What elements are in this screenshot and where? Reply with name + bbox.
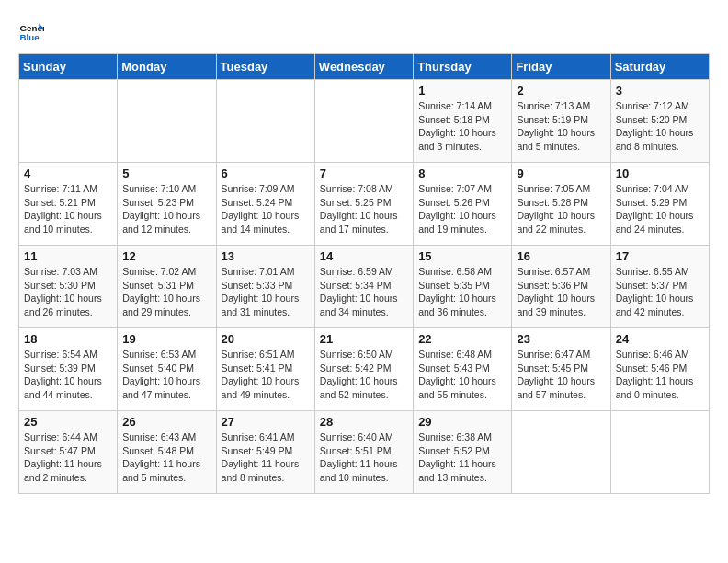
day-number: 24 — [616, 332, 704, 346]
calendar-cell: 7Sunrise: 7:08 AMSunset: 5:25 PMDaylight… — [314, 163, 413, 246]
calendar-cell: 1Sunrise: 7:14 AMSunset: 5:18 PMDaylight… — [414, 80, 512, 163]
day-info: Sunrise: 7:10 AMSunset: 5:23 PMDaylight:… — [122, 182, 210, 236]
weekday-header-thursday: Thursday — [414, 54, 512, 80]
day-info: Sunrise: 7:03 AMSunset: 5:30 PMDaylight:… — [24, 265, 112, 319]
day-number: 9 — [517, 167, 605, 180]
day-info: Sunrise: 7:05 AMSunset: 5:28 PMDaylight:… — [517, 182, 605, 236]
weekday-header-sunday: Sunday — [19, 54, 118, 80]
calendar-cell: 16Sunrise: 6:57 AMSunset: 5:36 PMDayligh… — [512, 246, 610, 328]
calendar-cell — [118, 80, 216, 163]
day-number: 26 — [122, 415, 210, 429]
calendar-cell: 18Sunrise: 6:54 AMSunset: 5:39 PMDayligh… — [19, 328, 118, 411]
day-info: Sunrise: 6:55 AMSunset: 5:37 PMDaylight:… — [616, 265, 704, 319]
calendar-cell: 27Sunrise: 6:41 AMSunset: 5:49 PMDayligh… — [216, 411, 314, 494]
day-number: 21 — [320, 332, 408, 346]
calendar-week-row: 1Sunrise: 7:14 AMSunset: 5:18 PMDaylight… — [19, 80, 710, 163]
weekday-header-monday: Monday — [118, 54, 216, 80]
svg-text:Blue: Blue — [19, 32, 40, 42]
day-number: 11 — [24, 249, 112, 263]
calendar-week-row: 18Sunrise: 6:54 AMSunset: 5:39 PMDayligh… — [19, 328, 710, 411]
weekday-header-saturday: Saturday — [610, 54, 709, 80]
day-number: 28 — [320, 415, 408, 429]
calendar-cell: 26Sunrise: 6:43 AMSunset: 5:48 PMDayligh… — [118, 411, 216, 494]
day-info: Sunrise: 7:02 AMSunset: 5:31 PMDaylight:… — [122, 265, 210, 319]
day-info: Sunrise: 6:58 AMSunset: 5:35 PMDaylight:… — [418, 265, 506, 319]
day-info: Sunrise: 6:40 AMSunset: 5:51 PMDaylight:… — [320, 431, 408, 485]
day-number: 5 — [122, 167, 210, 180]
day-number: 4 — [24, 167, 112, 180]
logo-icon: General Blue — [18, 18, 44, 44]
day-info: Sunrise: 7:01 AMSunset: 5:33 PMDaylight:… — [222, 265, 310, 319]
weekday-header-wednesday: Wednesday — [314, 54, 413, 80]
day-info: Sunrise: 7:04 AMSunset: 5:29 PMDaylight:… — [616, 182, 704, 236]
weekday-header-tuesday: Tuesday — [216, 54, 314, 80]
calendar-cell: 14Sunrise: 6:59 AMSunset: 5:34 PMDayligh… — [314, 246, 413, 328]
day-info: Sunrise: 7:12 AMSunset: 5:20 PMDaylight:… — [616, 99, 704, 154]
calendar-cell: 17Sunrise: 6:55 AMSunset: 5:37 PMDayligh… — [610, 246, 709, 328]
day-number: 25 — [24, 415, 112, 429]
calendar-cell: 13Sunrise: 7:01 AMSunset: 5:33 PMDayligh… — [216, 246, 314, 328]
day-info: Sunrise: 6:44 AMSunset: 5:47 PMDaylight:… — [24, 431, 112, 485]
weekday-header-row: SundayMondayTuesdayWednesdayThursdayFrid… — [19, 54, 710, 80]
calendar-week-row: 11Sunrise: 7:03 AMSunset: 5:30 PMDayligh… — [19, 246, 710, 328]
calendar-cell: 20Sunrise: 6:51 AMSunset: 5:41 PMDayligh… — [216, 328, 314, 411]
day-info: Sunrise: 6:53 AMSunset: 5:40 PMDaylight:… — [122, 348, 210, 402]
day-info: Sunrise: 6:41 AMSunset: 5:49 PMDaylight:… — [222, 431, 310, 485]
day-info: Sunrise: 6:43 AMSunset: 5:48 PMDaylight:… — [122, 431, 210, 485]
day-number: 15 — [418, 249, 506, 263]
day-info: Sunrise: 7:14 AMSunset: 5:18 PMDaylight:… — [418, 99, 506, 154]
header: General Blue — [18, 18, 710, 44]
calendar-cell — [610, 411, 709, 494]
weekday-header-friday: Friday — [512, 54, 610, 80]
day-number: 6 — [222, 167, 310, 180]
day-number: 2 — [517, 84, 605, 98]
day-number: 10 — [616, 167, 704, 180]
day-info: Sunrise: 7:09 AMSunset: 5:24 PMDaylight:… — [222, 182, 310, 236]
day-info: Sunrise: 6:38 AMSunset: 5:52 PMDaylight:… — [418, 431, 506, 485]
day-number: 29 — [418, 415, 506, 429]
day-info: Sunrise: 6:51 AMSunset: 5:41 PMDaylight:… — [222, 348, 310, 402]
day-number: 17 — [616, 249, 704, 263]
day-info: Sunrise: 6:57 AMSunset: 5:36 PMDaylight:… — [517, 265, 605, 319]
day-number: 1 — [418, 84, 506, 98]
calendar-cell: 22Sunrise: 6:48 AMSunset: 5:43 PMDayligh… — [414, 328, 512, 411]
day-info: Sunrise: 7:13 AMSunset: 5:19 PMDaylight:… — [517, 99, 605, 154]
day-info: Sunrise: 6:50 AMSunset: 5:42 PMDaylight:… — [320, 348, 408, 402]
day-number: 7 — [320, 167, 408, 180]
calendar-cell — [216, 80, 314, 163]
calendar-cell — [512, 411, 610, 494]
day-info: Sunrise: 6:46 AMSunset: 5:46 PMDaylight:… — [616, 348, 704, 402]
calendar-cell: 12Sunrise: 7:02 AMSunset: 5:31 PMDayligh… — [118, 246, 216, 328]
day-number: 22 — [418, 332, 506, 346]
day-info: Sunrise: 6:48 AMSunset: 5:43 PMDaylight:… — [418, 348, 506, 402]
day-info: Sunrise: 6:47 AMSunset: 5:45 PMDaylight:… — [517, 348, 605, 402]
day-number: 18 — [24, 332, 112, 346]
day-number: 27 — [222, 415, 310, 429]
calendar-cell: 21Sunrise: 6:50 AMSunset: 5:42 PMDayligh… — [314, 328, 413, 411]
calendar-cell: 24Sunrise: 6:46 AMSunset: 5:46 PMDayligh… — [610, 328, 709, 411]
day-number: 16 — [517, 249, 605, 263]
day-info: Sunrise: 7:07 AMSunset: 5:26 PMDaylight:… — [418, 182, 506, 236]
calendar-cell: 2Sunrise: 7:13 AMSunset: 5:19 PMDaylight… — [512, 80, 610, 163]
calendar-cell: 15Sunrise: 6:58 AMSunset: 5:35 PMDayligh… — [414, 246, 512, 328]
calendar-cell: 11Sunrise: 7:03 AMSunset: 5:30 PMDayligh… — [19, 246, 118, 328]
calendar-cell: 25Sunrise: 6:44 AMSunset: 5:47 PMDayligh… — [19, 411, 118, 494]
calendar-cell: 28Sunrise: 6:40 AMSunset: 5:51 PMDayligh… — [314, 411, 413, 494]
day-number: 23 — [517, 332, 605, 346]
day-number: 8 — [418, 167, 506, 180]
day-number: 14 — [320, 249, 408, 263]
calendar-cell: 4Sunrise: 7:11 AMSunset: 5:21 PMDaylight… — [19, 163, 118, 246]
day-info: Sunrise: 7:11 AMSunset: 5:21 PMDaylight:… — [24, 182, 112, 236]
calendar-cell: 5Sunrise: 7:10 AMSunset: 5:23 PMDaylight… — [118, 163, 216, 246]
calendar-table: SundayMondayTuesdayWednesdayThursdayFrid… — [18, 53, 710, 494]
calendar-week-row: 25Sunrise: 6:44 AMSunset: 5:47 PMDayligh… — [19, 411, 710, 494]
calendar-cell: 10Sunrise: 7:04 AMSunset: 5:29 PMDayligh… — [610, 163, 709, 246]
day-number: 13 — [222, 249, 310, 263]
logo: General Blue — [18, 18, 50, 44]
calendar-cell: 19Sunrise: 6:53 AMSunset: 5:40 PMDayligh… — [118, 328, 216, 411]
calendar-cell: 9Sunrise: 7:05 AMSunset: 5:28 PMDaylight… — [512, 163, 610, 246]
calendar-cell — [19, 80, 118, 163]
day-info: Sunrise: 7:08 AMSunset: 5:25 PMDaylight:… — [320, 182, 408, 236]
day-number: 12 — [122, 249, 210, 263]
calendar-cell: 23Sunrise: 6:47 AMSunset: 5:45 PMDayligh… — [512, 328, 610, 411]
